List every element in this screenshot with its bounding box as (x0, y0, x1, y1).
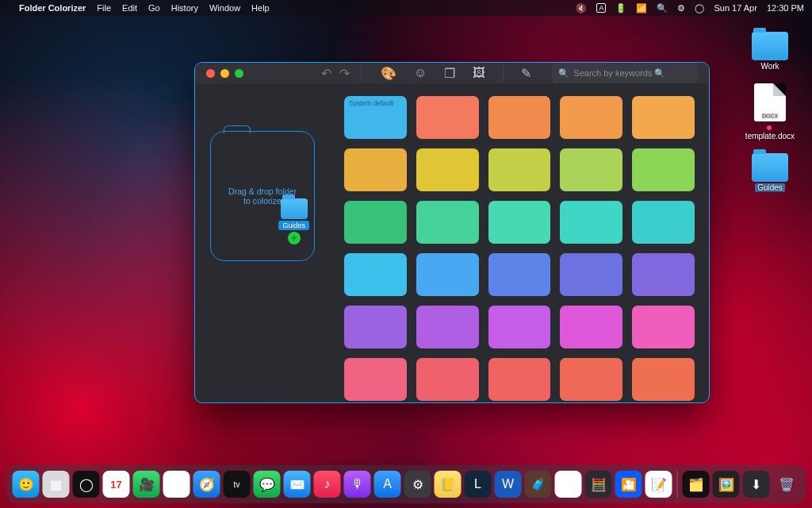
dock-appletv[interactable]: tv (224, 471, 251, 498)
color-swatch[interactable] (416, 148, 479, 191)
menubar-date[interactable]: Sun 17 Apr (714, 3, 756, 13)
color-swatch[interactable] (632, 306, 695, 348)
color-swatch[interactable] (488, 96, 551, 139)
color-swatch[interactable] (632, 253, 695, 296)
color-swatch[interactable] (632, 96, 695, 139)
redo-button[interactable]: ↷ (339, 66, 350, 81)
menu-history[interactable]: History (171, 3, 198, 13)
undo-button[interactable]: ↶ (321, 66, 331, 81)
color-swatch[interactable] (344, 253, 407, 296)
image-tab-icon[interactable]: 🖼 (473, 66, 485, 80)
dock-notes[interactable]: 📒 (435, 471, 462, 498)
dock-calendar[interactable]: 17 (103, 471, 130, 498)
spotlight-icon[interactable]: 🔍 (657, 3, 668, 13)
dock-league[interactable]: L (465, 471, 492, 498)
color-swatch[interactable] (344, 358, 407, 401)
desktop-folder-work[interactable]: Work (742, 32, 798, 71)
menu-go[interactable]: Go (148, 3, 160, 13)
color-swatch[interactable] (632, 358, 695, 401)
dock-launchpad[interactable]: ▦ (43, 471, 70, 498)
minimize-button[interactable] (220, 69, 229, 78)
volume-muted-icon[interactable]: 🔇 (576, 3, 587, 13)
color-swatch[interactable] (560, 148, 622, 191)
color-swatch[interactable]: System default (344, 96, 407, 139)
control-center-icon[interactable]: ⚙ (677, 3, 685, 13)
dock-calc[interactable]: 🧮 (585, 471, 612, 498)
color-swatch[interactable] (416, 96, 479, 139)
color-swatch[interactable] (344, 306, 407, 348)
shapes-tab-icon[interactable]: ❐ (444, 66, 455, 81)
close-button[interactable] (206, 69, 215, 78)
dock-word[interactable]: W (495, 471, 522, 498)
desktop-icons: Work DOCX template.docx Guides (742, 32, 798, 192)
drop-zone[interactable]: Drag & drop folder to colorize Guides + (210, 131, 315, 261)
title-bar[interactable]: ↶ ↷ 🎨 ☺ ❐ 🖼 ✎ 🔍 (195, 63, 709, 83)
menubar-time[interactable]: 12:30 PM (767, 3, 804, 13)
color-swatch[interactable] (488, 253, 551, 296)
document-icon: DOCX (754, 83, 786, 121)
color-swatch[interactable] (488, 148, 551, 191)
wifi-icon[interactable]: 📶 (636, 3, 647, 13)
dock-facetime[interactable]: 🎥 (133, 471, 160, 498)
dock-messages[interactable]: 💬 (254, 471, 281, 498)
dock-safari[interactable]: 🧭 (193, 471, 220, 498)
menu-window[interactable]: Window (209, 3, 240, 13)
eyedropper-icon[interactable]: ✎ (521, 66, 531, 81)
color-swatch[interactable] (416, 306, 479, 348)
dock-cot[interactable]: 🧳 (525, 471, 552, 498)
dock-siri[interactable]: ◯ (73, 471, 100, 498)
dock-appstore[interactable]: A (374, 471, 401, 498)
dock-trash[interactable]: 🗑️ (773, 471, 800, 498)
folder-tab-icon (224, 125, 251, 133)
fullscreen-button[interactable] (235, 69, 243, 78)
color-swatch[interactable] (560, 306, 622, 348)
folder-icon (752, 32, 788, 60)
desktop-label: template.docx (742, 123, 798, 140)
dock-settings[interactable]: ⚙ (404, 471, 431, 498)
color-swatch[interactable] (344, 148, 407, 191)
folder-icon (281, 198, 308, 219)
desktop-folder-guides[interactable]: Guides (742, 153, 798, 192)
dock-vlc[interactable]: ▲ (555, 471, 582, 498)
search-input[interactable] (573, 68, 691, 78)
color-swatch[interactable] (416, 358, 479, 401)
color-swatch[interactable] (632, 201, 695, 244)
menu-help[interactable]: Help (251, 3, 270, 13)
color-swatch[interactable] (488, 358, 551, 401)
battery-icon[interactable]: 🔋 (615, 3, 626, 13)
toolbar-divider (503, 64, 504, 82)
dock-downloads[interactable]: ⬇ (743, 471, 770, 498)
app-window: ↶ ↷ 🎨 ☺ ❐ 🖼 ✎ 🔍 Drag & drop folder to co… (194, 62, 710, 403)
color-swatch[interactable] (488, 306, 551, 348)
dock-textedit[interactable]: 📝 (645, 471, 672, 498)
palette-tab-icon[interactable]: 🎨 (381, 66, 396, 81)
dragged-folder[interactable]: Guides + (278, 198, 309, 244)
dock-finder[interactable]: 🙂 (13, 471, 40, 498)
siri-icon[interactable]: ◯ (695, 3, 704, 13)
color-swatch[interactable] (560, 96, 622, 139)
menu-file[interactable]: File (97, 3, 111, 13)
desktop-file-template[interactable]: DOCX template.docx (742, 83, 798, 140)
color-swatch[interactable] (416, 201, 479, 244)
input-source-icon[interactable]: A (596, 3, 606, 13)
color-swatch[interactable] (560, 358, 622, 401)
search-field[interactable]: 🔍 (552, 63, 698, 83)
dock-screenshot-tool[interactable]: 🖼️ (713, 471, 740, 498)
color-swatch[interactable] (560, 253, 622, 296)
menu-bar: Folder Colorizer File Edit Go History Wi… (0, 0, 812, 16)
dock-folder-colorizer-dock[interactable]: 🗂️ (683, 471, 710, 498)
sidebar: Drag & drop folder to colorize Guides + (195, 83, 330, 403)
dock-chrome[interactable]: ◎ (163, 471, 190, 498)
emoji-tab-icon[interactable]: ☺ (414, 66, 427, 80)
dock-mail[interactable]: ✉️ (284, 471, 311, 498)
color-swatch[interactable] (560, 201, 622, 244)
dock-music[interactable]: ♪ (314, 471, 341, 498)
dock-zoom[interactable]: 🎦 (615, 471, 642, 498)
color-swatch[interactable] (416, 253, 479, 296)
menu-app-name[interactable]: Folder Colorizer (19, 3, 86, 13)
color-swatch[interactable] (488, 201, 551, 244)
color-swatch[interactable] (632, 148, 695, 191)
color-swatch[interactable] (344, 201, 407, 244)
menu-edit[interactable]: Edit (122, 3, 137, 13)
dock-podcasts[interactable]: 🎙 (344, 471, 371, 498)
